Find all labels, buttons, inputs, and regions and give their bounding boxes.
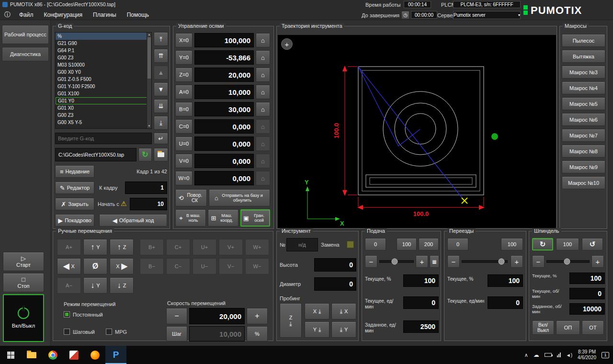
axis-home-y-button[interactable]: ⌂ (256, 50, 270, 65)
spindle-ot-button[interactable]: ОТ (582, 320, 604, 335)
gcode-line-up-button[interactable]: ▲ (154, 66, 168, 80)
axis-home-w-button[interactable]: ⌂ (256, 171, 270, 185)
gcode-line[interactable]: G00 Z3 (56, 112, 151, 119)
spindle-ccw-button[interactable]: ↺ (582, 238, 603, 250)
speed-decrease-button[interactable]: − (166, 308, 187, 324)
gcode-line-down-button[interactable]: ▼ (154, 82, 168, 96)
mode-mpg-checkbox[interactable] (106, 329, 112, 335)
feed-preset-200-button[interactable]: 200 (419, 238, 439, 250)
jog-c-minus-button[interactable]: C− (166, 258, 190, 274)
jog-w-plus-button[interactable]: W+ (245, 239, 269, 255)
scrollbar-down-arrow[interactable]: ▼ (147, 124, 151, 128)
gcode-line[interactable]: % (56, 33, 151, 40)
axis-label-v[interactable]: V=0 (175, 154, 193, 168)
reverse-run-button[interactable]: ◀Обратный ход (99, 214, 167, 227)
toolpath-canvas[interactable]: 100.0 100.0 Y X (278, 35, 556, 228)
macro-button-3[interactable]: Макрос №3 (562, 66, 605, 79)
tab-work-process[interactable]: Рабочий процесс (2, 25, 49, 44)
notification-center-icon[interactable]: 1 (602, 352, 609, 358)
gcode-scroll-to-bottom-button[interactable]: ⤓ (154, 116, 168, 130)
gcode-list[interactable]: % G21 G90 G64 P.1 G00 Z3 M03 S10000 G00 … (55, 32, 152, 129)
editor-button[interactable]: ✎Редактор (55, 182, 94, 194)
feed-slider[interactable] (378, 255, 415, 268)
axis-home-u-button[interactable]: ⌂ (256, 136, 270, 151)
speed-increase-button[interactable]: + (247, 308, 268, 324)
jog-a-minus-button[interactable]: A− (57, 277, 81, 294)
jog-a-plus-button[interactable]: A+ (57, 239, 81, 255)
gcode-line[interactable]: G01 Z-0.5 F500 (56, 76, 151, 83)
jog-z-plus-button[interactable]: ↑Z (110, 239, 134, 255)
taskbar-file-explorer[interactable] (21, 346, 42, 364)
gcode-submit-button[interactable]: ↵ (154, 133, 168, 144)
feed-preset-0-button[interactable]: 0 (365, 238, 386, 250)
gcode-line[interactable]: G00 X5 Y-5 (56, 119, 151, 126)
axis-home-c-button[interactable]: ⌂ (256, 119, 270, 134)
axis-label-u[interactable]: U=0 (175, 136, 193, 151)
macro-button-8[interactable]: Макрос №8 (562, 145, 605, 158)
spindle-slider-thumb[interactable] (564, 259, 570, 265)
gcode-page-up-button[interactable]: ⇈ (154, 49, 168, 63)
close-file-button[interactable]: ✗Закрыть (55, 198, 94, 210)
mode-constant-radio[interactable] (64, 311, 70, 318)
recent-files-button[interactable]: ≡Недавние (55, 165, 94, 178)
probe-y-plus-button[interactable]: ⤓Y (331, 321, 356, 338)
jog-y-plus-button[interactable]: ↑Y (83, 239, 107, 255)
axis-limits-button[interactable]: ▣Гран. осей (240, 209, 270, 227)
scrollbar-thumb[interactable] (148, 37, 151, 79)
gcode-line[interactable]: G01 X100 (56, 90, 151, 97)
machine-zero-button[interactable]: ⌖В маш. ноль (175, 209, 206, 227)
rapids-decrease-button[interactable]: − (447, 255, 460, 268)
spindle-power-button[interactable]: Вкл/Выкл (532, 320, 554, 335)
jog-step-button[interactable]: Шаг (166, 326, 187, 341)
macro-button-7[interactable]: Макрос №7 (562, 129, 605, 142)
send-to-base-button[interactable]: ⌂Отправить на базу и обнулить (209, 189, 270, 206)
axis-home-x-button[interactable]: ⌂ (256, 33, 270, 47)
jog-u-minus-button[interactable]: U− (193, 258, 216, 274)
axis-label-c[interactable]: C=0 (175, 119, 193, 134)
feed-manual-entry-button[interactable]: ▦ (430, 255, 439, 268)
tool-change-checkbox[interactable] (347, 241, 354, 248)
axis-home-b-button[interactable]: ⌂ (256, 102, 270, 116)
menu-help[interactable]: Помощь (122, 9, 154, 21)
probe-x-plus-button[interactable]: ⤓X (331, 303, 356, 319)
macro-button-1[interactable]: Пылесос (562, 34, 605, 47)
taskbar-chrome[interactable] (42, 346, 63, 364)
macro-button-9[interactable]: Макрос №9 (562, 160, 605, 173)
server-select[interactable]: Pumotix server ▾ (453, 11, 521, 19)
axis-label-a[interactable]: A=0 (175, 85, 193, 99)
to-frame-input[interactable] (125, 182, 167, 194)
battery-icon[interactable] (545, 353, 552, 357)
menu-file[interactable]: Файл (14, 9, 39, 21)
spindle-cw-button[interactable]: ↻ (532, 238, 553, 250)
rotate-cs-button[interactable]: ⟲Повор. СК (175, 189, 207, 206)
feed-increase-button[interactable]: + (416, 255, 428, 268)
rapids-preset-100-button[interactable]: 100 (501, 238, 523, 250)
macro-button-4[interactable]: Макрос №4 (562, 81, 605, 94)
single-block-button[interactable]: ▶Покадрово (55, 214, 94, 227)
tray-expand-icon[interactable]: ∧ (524, 352, 528, 358)
probe-x-minus-button[interactable]: X⤓ (305, 303, 329, 319)
macro-button-6[interactable]: Макрос №6 (562, 113, 605, 126)
spindle-op-button[interactable]: ОП (556, 320, 580, 335)
menu-plugins[interactable]: Плагины (88, 9, 122, 21)
axis-home-v-button[interactable]: ⌂ (256, 154, 270, 168)
axis-label-w[interactable]: W=0 (175, 171, 193, 185)
menu-configuration[interactable]: Конфигурация (39, 9, 88, 21)
tab-diagnostics[interactable]: Диагностика (2, 47, 49, 61)
gcode-line[interactable]: G21 G90 (56, 40, 151, 47)
spindle-preset-100-button[interactable]: 100 (556, 238, 579, 250)
jog-x-plus-button[interactable]: X▶ (110, 258, 134, 274)
spindle-increase-button[interactable]: + (591, 255, 604, 268)
start-from-input[interactable] (130, 198, 167, 210)
reload-file-button[interactable]: ↻ (138, 148, 152, 161)
remaining-clock-button[interactable]: ◷ (401, 11, 409, 19)
taskbar-firefox[interactable] (84, 346, 105, 364)
info-icon[interactable]: ⓘ (1, 8, 14, 22)
gcode-line[interactable]: G64 P.1 (56, 47, 151, 54)
jog-b-plus-button[interactable]: B+ (140, 239, 164, 255)
gcode-line[interactable]: G01 Y-100 F2500 (56, 83, 151, 90)
tool-number-value[interactable]: н/д (286, 238, 318, 251)
zoom-in-button[interactable]: + (281, 38, 293, 50)
jog-y-minus-button[interactable]: ↓Y (83, 277, 107, 294)
scrollbar-up-arrow[interactable]: ▲ (147, 33, 151, 37)
